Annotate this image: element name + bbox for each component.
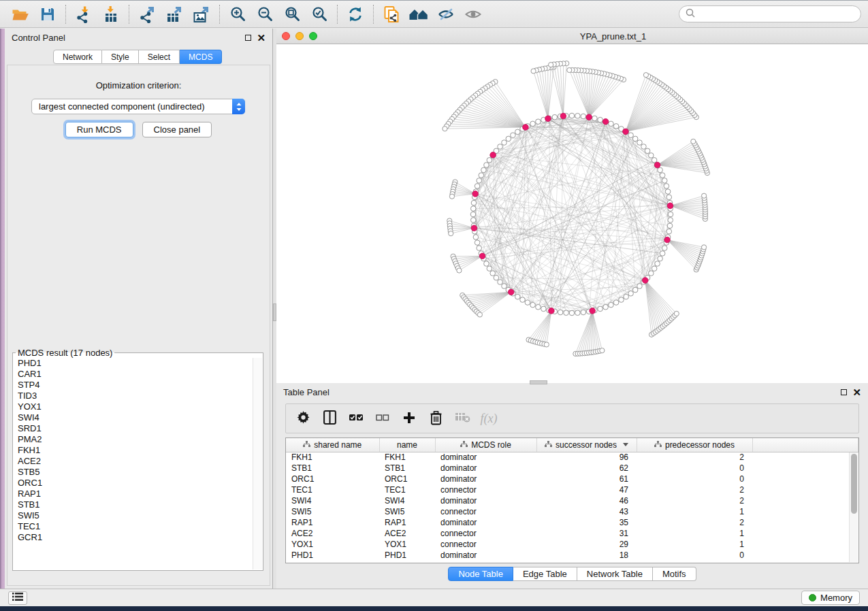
function-builder-button[interactable]: f(x) [479, 407, 499, 430]
mcds-result-item[interactable]: SWI4 [14, 412, 253, 423]
select-all-button[interactable] [346, 407, 366, 430]
refresh-button[interactable] [342, 3, 369, 26]
col-mcds-role[interactable]: MCDS role [435, 438, 536, 452]
zoom-fit-button[interactable] [278, 3, 306, 26]
add-column-button[interactable] [399, 407, 419, 430]
tab-node-table[interactable]: Node Table [448, 567, 513, 581]
sitemap-icon [303, 440, 310, 450]
node-table[interactable]: shared name name MCDS role successor nod… [286, 438, 858, 561]
first-neighbors-icon [409, 6, 428, 22]
search-field[interactable] [679, 5, 861, 22]
table-row[interactable]: YOX1YOX1connector291 [286, 539, 858, 550]
zoom-in-icon [229, 5, 246, 22]
horizontal-splitter-grip[interactable] [530, 380, 547, 384]
mcds-result-list[interactable]: PHD1CAR1STP4TID3YOX1SWI4SRD1PMA2FKH1ACE2… [14, 358, 253, 569]
float-panel-icon[interactable] [841, 389, 847, 395]
memory-status-icon [809, 594, 816, 601]
mcds-result-item[interactable]: YOX1 [14, 401, 253, 412]
app-window: Control Panel ✕ Network Style Select MCD… [0, 0, 868, 606]
table-row[interactable]: SWI4SWI4dominator462 [286, 495, 858, 506]
table-settings-button[interactable] [293, 407, 313, 430]
col-predecessor-nodes[interactable]: predecessor nodes [637, 438, 752, 452]
zoom-in-button[interactable] [224, 3, 251, 26]
float-panel-icon[interactable] [245, 35, 251, 41]
mcds-result-item[interactable]: TEC1 [14, 521, 253, 532]
tab-select[interactable]: Select [139, 50, 180, 64]
export-table-button[interactable] [161, 3, 188, 26]
mcds-tab-content: Optimization criterion: largest connecte… [7, 65, 270, 586]
delete-button[interactable] [425, 407, 446, 430]
table-row[interactable]: PHD1PHD1dominator180 [286, 550, 858, 561]
mcds-result-item[interactable]: STB1 [14, 499, 253, 510]
close-panel-icon[interactable]: ✕ [852, 389, 861, 395]
table-row[interactable]: ORC1ORC1dominator610 [286, 474, 858, 484]
search-input[interactable] [698, 10, 854, 19]
table-scrollbar-thumb[interactable] [851, 454, 857, 514]
table-scrollbar[interactable] [849, 452, 858, 562]
tab-network[interactable]: Network [53, 50, 102, 64]
export-image-icon [193, 5, 210, 23]
table-row[interactable]: ACE2ACE2connector311 [286, 528, 858, 539]
mcds-result-item[interactable]: PHD1 [14, 358, 253, 369]
show-all-button[interactable] [460, 3, 487, 26]
export-network-button[interactable] [133, 3, 161, 26]
table-row[interactable]: TEC1TEC1connector472 [286, 484, 858, 495]
tab-motifs[interactable]: Motifs [653, 567, 696, 581]
mcds-result-item[interactable]: STB5 [14, 467, 253, 478]
mcds-result-item[interactable]: PMA2 [14, 434, 253, 445]
network-view[interactable] [276, 44, 868, 383]
mcds-result-item[interactable]: GCR1 [14, 532, 253, 543]
duplicate-network-button[interactable] [378, 3, 405, 26]
open-file-button[interactable] [7, 3, 34, 26]
mcds-result-item[interactable]: ACE2 [14, 456, 253, 467]
task-history-button[interactable] [8, 591, 27, 605]
first-neighbors-button[interactable] [405, 3, 432, 26]
mcds-result-item[interactable]: FKH1 [14, 445, 253, 456]
mcds-result-item[interactable]: STP4 [14, 380, 253, 391]
optimization-criterion-label: Optimization criterion: [7, 80, 270, 90]
checked-boxes-icon [349, 411, 364, 427]
table-row[interactable]: STB1STB1dominator620 [286, 463, 858, 474]
delete-table-button[interactable] [452, 407, 472, 430]
close-panel-icon[interactable]: ✕ [257, 35, 266, 41]
import-network-button[interactable] [70, 3, 97, 26]
close-panel-button[interactable]: Close panel [142, 122, 212, 137]
network-titlebar[interactable]: YPA_prune.txt_1 [276, 29, 868, 44]
export-image-button[interactable] [188, 3, 215, 26]
deselect-all-button[interactable] [372, 407, 393, 430]
import-table-button[interactable] [97, 3, 125, 26]
zoom-selected-icon [311, 5, 328, 22]
mcds-result-item[interactable]: TID3 [14, 391, 253, 401]
hide-selected-button[interactable] [432, 3, 460, 26]
mcds-result-item[interactable]: SWI5 [14, 510, 253, 521]
table-row[interactable]: RAP1RAP1dominator352 [286, 517, 858, 528]
network-graph[interactable] [276, 44, 868, 383]
main-toolbar [0, 0, 868, 28]
col-shared-name[interactable]: shared name [286, 438, 379, 452]
memory-button[interactable]: Memory [801, 591, 860, 605]
plus-icon [402, 411, 416, 427]
save-session-button[interactable] [34, 3, 61, 26]
mcds-result-item[interactable]: ORC1 [14, 478, 253, 489]
table-row[interactable]: FKH1FKH1dominator962 [286, 452, 858, 463]
table-row[interactable]: SWI5SWI5connector431 [286, 506, 858, 517]
tab-mcds[interactable]: MCDS [180, 50, 222, 64]
mcds-result-item[interactable]: RAP1 [14, 489, 253, 499]
zoom-out-button[interactable] [251, 3, 278, 26]
mcds-result-item[interactable]: CAR1 [14, 369, 253, 380]
col-name[interactable]: name [379, 438, 435, 452]
export-table-icon [165, 5, 183, 23]
show-columns-button[interactable] [319, 407, 340, 430]
mcds-result-item[interactable]: SRD1 [14, 423, 253, 434]
mcds-result-title: MCDS result (17 nodes) [16, 348, 114, 358]
tab-network-table[interactable]: Network Table [577, 567, 653, 581]
tab-style[interactable]: Style [102, 50, 139, 64]
refresh-icon [347, 6, 364, 22]
col-successor-nodes[interactable]: successor nodes [536, 438, 637, 452]
mcds-list-scrollbar[interactable] [253, 358, 262, 569]
tab-edge-table[interactable]: Edge Table [513, 567, 577, 581]
table-panel-title: Table Panel [283, 387, 329, 397]
zoom-selected-button[interactable] [306, 3, 333, 26]
run-mcds-button[interactable]: Run MCDS [65, 122, 133, 137]
criterion-dropdown[interactable]: largest connected component (undirected) [31, 99, 245, 114]
